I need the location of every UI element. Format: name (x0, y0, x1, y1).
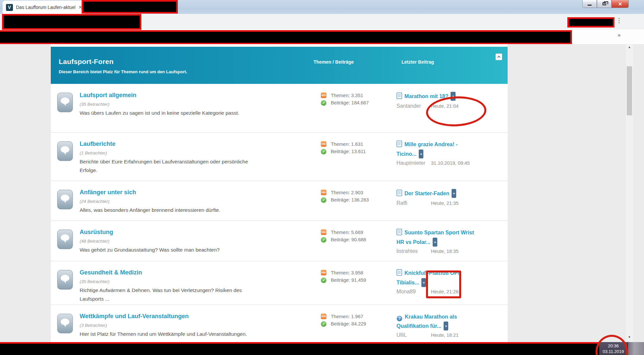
last-post-user[interactable]: Mona89 (396, 289, 431, 295)
rss-feed-icon[interactable]: RSS (321, 229, 326, 235)
forum-stats: Themen: 5.669 Beiträge: 90.688 (331, 229, 366, 243)
topics-count: 3.958 (351, 270, 363, 275)
topics-label: Themen: (331, 314, 350, 319)
close-icon: ✕ (618, 1, 622, 7)
scroll-down-arrow-icon[interactable]: ▼ (626, 335, 633, 339)
last-post-user[interactable]: listrahtes (396, 248, 431, 254)
viewer-count: (48 Betrachter) (80, 239, 285, 244)
last-post-time: Heute, 21:35 (431, 201, 459, 206)
read-status-check-icon: ✓ (321, 100, 326, 106)
posts-label: Beiträge: (331, 321, 350, 326)
page-background: Laufsport-Foren Dieser Bereich bietet Pl… (0, 44, 644, 342)
last-post-user[interactable]: Raffi (396, 200, 431, 206)
posts-label: Beiträge: (331, 149, 350, 154)
goto-last-post-icon[interactable]: » (451, 92, 455, 101)
rss-feed-icon[interactable]: RSS (321, 141, 326, 147)
forum-speech-bubble-icon (57, 92, 73, 114)
scroll-up-arrow-icon[interactable]: ▲ (626, 45, 633, 49)
posts-count: 91.459 (351, 277, 366, 283)
last-post-user[interactable]: Hauptmieter (396, 160, 431, 166)
topics-label: Themen: (331, 270, 350, 275)
last-post-link[interactable]: Knickfuß-Plattfuß OP/ Tibialis... (396, 270, 459, 285)
posts-count: 84.229 (351, 321, 366, 326)
rss-feed-icon[interactable]: RSS (321, 190, 326, 195)
rss-feed-icon[interactable]: RSS (321, 270, 326, 275)
forum-stats: Themen: 3.351 Beiträge: 184.667 (331, 92, 369, 106)
topics-count: 1.967 (351, 314, 363, 319)
bookmarks-overflow-icon[interactable]: » (616, 32, 622, 38)
last-post-user[interactable]: UlliL (396, 332, 431, 338)
minimize-button[interactable] (582, 0, 597, 8)
forum-speech-bubble-icon (57, 229, 73, 251)
last-post-time: Heute, 21:26 (431, 289, 459, 294)
posts-label: Beiträge: (331, 100, 350, 105)
forum-row: Gesundheit & Medizin (35 Betrachter) Ric… (51, 261, 508, 305)
last-post-time: Heute, 18:21 (431, 332, 459, 338)
thread-document-icon (396, 229, 402, 238)
site-favicon-icon: V (6, 4, 13, 11)
forum-row: Ausrüstung (48 Betrachter) Was gehört zu… (51, 220, 508, 261)
last-post-link[interactable]: Mille grazie Andrea! - Ticino... (396, 142, 458, 157)
forum-stats: Themen: 1.631 Beiträge: 13.611 (331, 141, 366, 155)
show-desktop-button[interactable] (627, 342, 644, 355)
redaction-bar-tabs (82, 0, 178, 14)
viewer-count: (24 Betrachter) (80, 199, 285, 204)
forum-category-panel: Laufsport-Foren Dieser Bereich bietet Pl… (51, 44, 508, 355)
clock-time: 20:36 (599, 343, 627, 349)
restore-icon (603, 2, 606, 5)
posts-label: Beiträge: (331, 197, 350, 203)
rss-feed-icon[interactable]: RSS (321, 92, 326, 98)
topics-label: Themen: (331, 142, 350, 147)
read-status-check-icon: ✓ (321, 197, 326, 203)
collapse-category-button[interactable] (495, 53, 502, 60)
last-post-user[interactable]: Santander (396, 103, 431, 109)
forum-description: Hier ist Platz für Themen rund um Wettkä… (80, 330, 265, 338)
viewer-count: (3 Betrachter) (80, 323, 285, 328)
close-button[interactable]: ✕ (611, 0, 629, 8)
read-status-check-icon: ✓ (321, 321, 326, 327)
forum-description: Alles, was besonders Anfänger brennend i… (80, 206, 265, 214)
goto-last-post-icon[interactable]: » (433, 238, 437, 247)
topics-count: 5.669 (351, 230, 363, 235)
read-status-check-icon: ✓ (321, 237, 326, 243)
last-post-link[interactable]: Der Starter-Faden (404, 191, 449, 196)
posts-count: 184.667 (351, 100, 369, 105)
scrollbar[interactable]: ▲ ▼ (626, 44, 633, 342)
rss-feed-icon[interactable]: RSS (321, 314, 326, 319)
posts-label: Beiträge: (331, 277, 350, 283)
restore-button[interactable] (597, 0, 611, 8)
redaction-bar-navigation (2, 14, 141, 30)
topics-count: 3.351 (351, 93, 363, 98)
last-post-time: Heute, 21:04 (431, 103, 459, 109)
browser-tab[interactable]: V Das Laufforum Laufen-aktuell - R ✕ (3, 1, 86, 14)
taskbar-clock[interactable]: 20:36 03.11.2019 (599, 342, 627, 355)
window-controls: ✕ (582, 0, 629, 8)
viewer-count: (35 Betrachter) (80, 102, 285, 107)
topics-label: Themen: (331, 93, 350, 98)
topics-count: 2.903 (351, 190, 363, 195)
redaction-bar-taskbar (0, 342, 599, 355)
forum-row: Anfänger unter sich (24 Betrachter) Alle… (51, 181, 508, 220)
forum-link[interactable]: Gesundheit & Medizin (80, 269, 142, 276)
minimize-icon (588, 5, 592, 6)
last-post-link[interactable]: Marathon mit 18? (404, 93, 448, 99)
forum-link[interactable]: Laufsport allgemein (80, 92, 136, 99)
forum-link[interactable]: Anfänger unter sich (80, 189, 136, 196)
forum-description: Was gehört zu Grundausstattung? Was soll… (80, 246, 265, 254)
goto-last-post-icon[interactable]: » (421, 278, 426, 287)
forum-link[interactable]: Wettkämpfe und Lauf-Veranstaltungen (80, 313, 189, 320)
forum-speech-bubble-icon (57, 141, 73, 162)
category-subtitle: Dieser Bereich bietet Platz für Themen r… (59, 69, 187, 74)
scrollbar-thumb[interactable] (627, 66, 632, 115)
forum-link[interactable]: Laufberichte (80, 141, 115, 148)
read-status-check-icon: ✓ (321, 277, 326, 283)
goto-last-post-icon[interactable]: » (452, 189, 456, 198)
clock-date: 03.11.2019 (599, 349, 627, 354)
forum-link[interactable]: Ausrüstung (80, 229, 113, 236)
forum-row: Laufberichte (1 Betrachter) Berichte übe… (51, 132, 508, 181)
goto-last-post-icon[interactable]: » (444, 322, 448, 330)
goto-last-post-icon[interactable]: » (419, 149, 423, 158)
browser-menu-kebab-icon[interactable]: ⋮ (616, 17, 622, 24)
thread-document-icon (396, 141, 402, 149)
chevron-up-icon (497, 55, 501, 59)
